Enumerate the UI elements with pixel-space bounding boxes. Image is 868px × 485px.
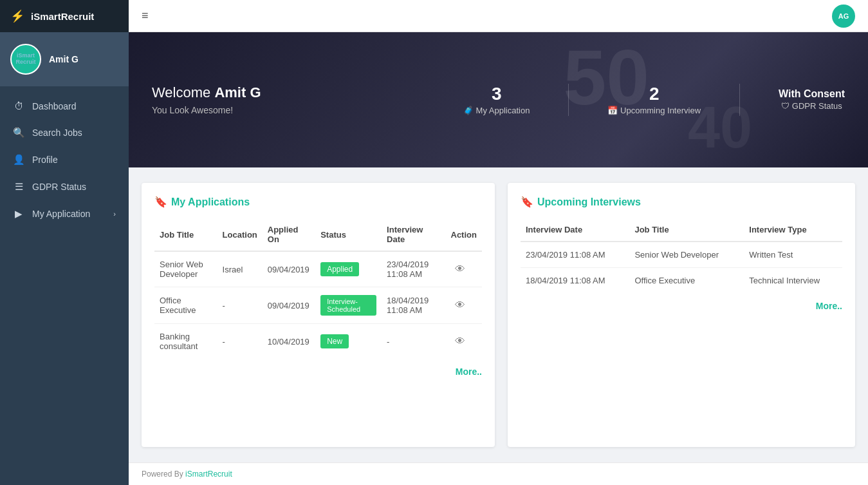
- hamburger-icon[interactable]: ≡: [142, 9, 149, 23]
- interview-type-cell: Written Test: [744, 242, 842, 268]
- job-title-cell: Office Executive: [629, 268, 744, 294]
- col-interview-date: Interview Date: [521, 218, 629, 242]
- applications-label: 🧳 My Application: [463, 106, 530, 115]
- sidebar-item-my-application-label: My Application: [32, 209, 90, 219]
- interview-date-cell: 18/04/2019 11:08 AM: [521, 268, 629, 294]
- action-cell: 👁: [446, 251, 483, 287]
- interview-date-cell: 23/04/2019 11:08 AM: [382, 251, 445, 287]
- interviews-count: 2: [607, 84, 701, 104]
- menu-icon: ☰: [13, 181, 24, 193]
- avatar: iSmart Recruit: [10, 44, 41, 75]
- page-body: 🔖 My Applications Job Title Location App…: [129, 167, 868, 462]
- interview-date-cell: -: [382, 324, 445, 359]
- applications-table: Job Title Location Applied On Status Int…: [154, 218, 482, 359]
- footer: Powered By iSmartRecruit: [129, 462, 868, 485]
- welcome-text: Welcome Amit G: [152, 84, 463, 101]
- view-button[interactable]: 👁: [451, 334, 469, 348]
- sidebar-item-my-application[interactable]: ▶ My Application ›: [0, 200, 129, 227]
- interview-date-cell: 18/04/2019 11:08 AM: [382, 287, 445, 324]
- col-interview-date: Interview Date: [382, 218, 445, 251]
- clock-icon: ⏱: [13, 100, 24, 111]
- status-cell: Interview-Scheduled: [315, 287, 382, 324]
- col-action: Action: [446, 218, 483, 251]
- main-content: ≡ AG 50 40 Welcome Amit G You Look Aweso…: [129, 0, 868, 485]
- sidebar-header: ⚡ iSmartRecruit: [0, 0, 129, 32]
- sidebar-item-dashboard-label: Dashboard: [32, 101, 77, 111]
- job-title-cell: Banking consultant: [154, 324, 217, 359]
- my-applications-card: 🔖 My Applications Job Title Location App…: [142, 183, 495, 447]
- stat-divider-2: [739, 84, 740, 116]
- col-job-title: Job Title: [629, 218, 744, 242]
- sidebar: ⚡ iSmartRecruit iSmart Recruit Amit G ⏱ …: [0, 0, 129, 485]
- stat-gdpr: With Consent 🛡 GDPR Status: [779, 88, 845, 111]
- bookmark-icon: 🔖: [154, 196, 167, 208]
- topbar-right: AG: [832, 5, 855, 28]
- sidebar-user: iSmart Recruit Amit G: [0, 32, 129, 86]
- arrow-icon: ▶: [13, 208, 24, 220]
- shield-icon: 🛡: [781, 101, 790, 111]
- job-title-cell: Senior Web Developer: [154, 251, 217, 287]
- interviews-more-link[interactable]: More..: [521, 301, 842, 311]
- sidebar-item-gdpr-label: GDPR Status: [32, 182, 86, 192]
- status-badge: New: [320, 334, 349, 348]
- job-title-cell: Office Executive: [154, 287, 217, 324]
- table-row: Senior Web Developer Israel 09/04/2019 A…: [154, 251, 482, 287]
- table-row: Office Executive - 09/04/2019 Interview-…: [154, 287, 482, 324]
- stat-applications: 3 🧳 My Application: [463, 84, 530, 116]
- banner: 50 40 Welcome Amit G You Look Awesome! 3…: [129, 32, 868, 167]
- col-status: Status: [315, 218, 382, 251]
- status-badge: Interview-Scheduled: [320, 295, 376, 316]
- person-icon: 👤: [13, 154, 24, 166]
- applied-on-cell: 09/04/2019: [263, 287, 315, 324]
- col-location: Location: [217, 218, 263, 251]
- action-cell: 👁: [446, 287, 483, 324]
- sidebar-item-profile[interactable]: 👤 Profile: [0, 146, 129, 173]
- status-badge: Applied: [320, 262, 359, 276]
- interviews-table: Interview Date Job Title Interview Type …: [521, 218, 842, 293]
- brand-link[interactable]: iSmartRecruit: [185, 470, 232, 479]
- avatar-bottom: Recruit: [15, 59, 35, 66]
- calendar-icon: 📅: [607, 106, 618, 115]
- upcoming-interviews-card: 🔖 Upcoming Interviews Interview Date Job…: [508, 183, 855, 447]
- location-cell: -: [217, 324, 263, 359]
- banner-subtitle: You Look Awesome!: [152, 105, 463, 115]
- col-interview-type: Interview Type: [744, 218, 842, 242]
- sidebar-username: Amit G: [49, 54, 78, 64]
- topbar: ≡ AG: [129, 0, 868, 32]
- powered-by-text: Powered By: [142, 470, 185, 479]
- briefcase-icon: 🧳: [463, 106, 474, 115]
- bookmark-icon-2: 🔖: [521, 196, 533, 208]
- gdpr-sublabel: 🛡 GDPR Status: [781, 101, 842, 111]
- applications-count: 3: [463, 84, 530, 104]
- welcome-prefix: Welcome: [152, 84, 214, 100]
- view-button[interactable]: 👁: [451, 298, 469, 312]
- stat-divider-1: [568, 84, 569, 116]
- applied-on-cell: 09/04/2019: [263, 251, 315, 287]
- interview-type-cell: Technical Interview: [744, 268, 842, 294]
- search-icon: 🔍: [13, 127, 24, 138]
- interviews-label: 📅 Upcomming Interview: [607, 106, 701, 115]
- interview-date-cell: 23/04/2019 11:08 AM: [521, 242, 629, 268]
- sidebar-item-dashboard[interactable]: ⏱ Dashboard: [0, 93, 129, 119]
- location-cell: Israel: [217, 251, 263, 287]
- banner-stats: 3 🧳 My Application 2 📅 Upcomming Intervi…: [463, 84, 845, 116]
- gdpr-label: With Consent: [779, 88, 845, 100]
- welcome-username: Amit G: [214, 84, 261, 100]
- sidebar-item-search-jobs[interactable]: 🔍 Search Jobs: [0, 119, 129, 146]
- location-cell: -: [217, 287, 263, 324]
- upcoming-interviews-title: 🔖 Upcoming Interviews: [521, 196, 842, 208]
- table-row: 23/04/2019 11:08 AM Senior Web Developer…: [521, 242, 842, 268]
- applied-on-cell: 10/04/2019: [263, 324, 315, 359]
- stat-interviews: 2 📅 Upcomming Interview: [607, 84, 701, 116]
- col-applied-on: Applied On: [263, 218, 315, 251]
- view-button[interactable]: 👁: [451, 262, 469, 276]
- banner-content: Welcome Amit G You Look Awesome!: [152, 84, 463, 115]
- app-name: iSmartRecruit: [31, 11, 94, 22]
- sidebar-item-gdpr-status[interactable]: ☰ GDPR Status: [0, 173, 129, 200]
- topbar-user-avatar[interactable]: AG: [832, 5, 855, 28]
- status-cell: New: [315, 324, 382, 359]
- sidebar-nav: ⏱ Dashboard 🔍 Search Jobs 👤 Profile ☰ GD…: [0, 86, 129, 485]
- lightning-icon: ⚡: [10, 9, 24, 23]
- table-row: Banking consultant - 10/04/2019 New - 👁: [154, 324, 482, 359]
- applications-more-link[interactable]: More..: [154, 366, 482, 377]
